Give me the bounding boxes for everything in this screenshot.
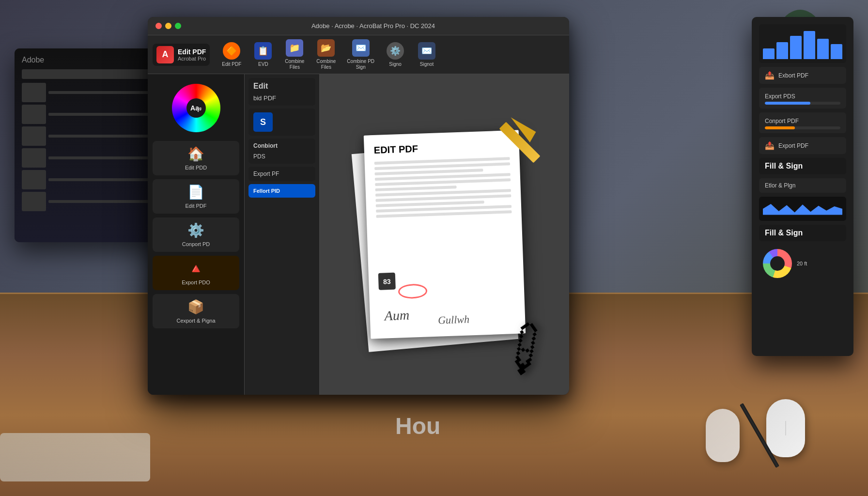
rp-item-fill-sign-1[interactable]: Fill & Sign [759,158,846,174]
panel-row: 📄 Edit PDF [153,179,239,214]
export-icon: 🔺 [187,261,204,277]
export-pdf-2-icon: 📤 [765,141,775,150]
toolbar-tool-combine-sign[interactable]: ✉️ Combine PDSign [343,36,378,73]
edit-pdf-panel-icon: 📄 [187,184,204,200]
background-laptop: Adobe [15,48,160,242]
combine-files-2-label: CombineFiles [316,59,336,70]
thumbnail [22,126,46,146]
signo-icon: ⚙️ [387,42,404,60]
edit-bid-subtitle: bid PDF [253,94,276,102]
donut-label: 20 ft [797,261,807,266]
export-label: Export PDO [182,279,210,285]
conport-pdf-bar [765,126,795,129]
edit-pdf-panel-label: Edit PDF [185,203,206,209]
acrobat-icon: A [156,46,174,63]
close-button[interactable] [155,23,162,29]
panel-tool-cexport[interactable]: 📦 Cexport & Pigna [153,294,239,328]
rp-item-export-pds[interactable]: Export PDS [759,88,846,108]
rp-item-conport-pdf[interactable]: Conport PDF [759,112,846,133]
rp-item-export-pdf-2[interactable]: 📤 Export PDF [759,137,846,154]
pdf-document: EDIT PDF [363,130,525,339]
panel-tool-export[interactable]: 🔺 Export PDO [153,256,239,290]
app-name-sub: Acrobat Pro [178,56,206,62]
title-bar: Adobe · Acrobe · AcroBat Pro Pro · DC 20… [148,17,569,35]
color-wheel-center-label: Aąg [186,98,206,118]
thumbnail [22,83,46,102]
toolbar-tool-signot[interactable]: ✉️ Signot [412,39,441,70]
donut-chart-container: 20 ft [759,245,846,282]
conport-icon: ⚙️ [187,222,204,238]
text-line [48,178,153,181]
text-line [48,156,153,159]
chart-bar-5 [817,39,829,59]
toolbar-tool-edit-pdf[interactable]: 🔶 Edit PDF [217,39,246,70]
main-toolbar: A Edit PDF Acrobat Pro 🔶 Edit PDF 📋 EVD … [148,35,569,74]
export-pdf-1-label: Exbort PDF [778,72,808,79]
text-line [48,200,153,203]
left-panel: Aąg 🏠 Edit PDD 📄 Edit PDF ⚙️ Conport PD … [148,74,245,395]
export-pdf-2-label: Export PDF [778,142,808,149]
app-name-main: Edit PDF [178,48,206,56]
panel-tool-edit-pdd[interactable]: 🏠 Edit PDD [153,141,239,175]
chart-bar-1 [763,48,775,59]
conport-pdf-label: Conport PDF [765,118,799,124]
export-pf-label: Export PF [253,170,279,177]
window-title: Adobe · Acrobe · AcroBat Pro Pro · DC 20… [185,22,561,30]
panel-tool-edit-pdf[interactable]: 📄 Edit PDF [153,179,239,214]
main-content-area: Aąg 🏠 Edit PDD 📄 Edit PDF ⚙️ Conport PD … [148,74,569,395]
toolbar-tool-evd[interactable]: 📋 EVD [248,39,278,70]
combine-files-2-icon: 📂 [317,39,335,57]
toolbar-tool-combine-2[interactable]: 📂 CombineFiles [311,36,341,73]
s-tool-icon: S [253,112,273,132]
rp-item-fill-sign-2[interactable]: Fill & Sign [759,225,846,241]
mini-bar-chart [759,24,846,63]
acrobat-window: Adobe · Acrobe · AcroBat Pro Pro · DC 20… [148,17,569,395]
edit-pdd-icon: 🏠 [187,146,204,162]
color-wheel: Aąg [172,84,220,132]
maximize-button[interactable] [175,23,181,29]
rp-item-etlor[interactable]: Etlor & Plgn [759,178,846,193]
waveform-container [759,197,846,221]
export-pdf-1-icon: 📤 [765,71,775,80]
mid-tool-export-pf[interactable]: Export PF [248,167,315,181]
thumbnail [22,148,46,168]
edit-pdf-label: Edit PDF [222,62,241,67]
minimize-button[interactable] [165,23,171,29]
laptop-row [22,148,153,168]
edit-pdd-label: Edit PDD [185,165,207,170]
fill-sign-1-label: Fill & Sign [765,162,803,170]
fellort-label: Fellort PID [253,188,280,194]
edit-bid-title: Edit [253,82,268,91]
hou-text-overlay: Hou [395,413,440,439]
mid-tool-conbiort[interactable]: Conbiort PDS [248,139,315,164]
pdf-title: EDIT PDF [373,140,510,156]
chart-bar-4 [804,31,815,59]
section-label: 83 [378,273,395,290]
mid-tool-fellort-active[interactable]: Fellort PID [248,184,315,198]
edit-pdf-icon: 🔶 [223,42,240,60]
chart-bar-2 [776,42,788,59]
toolbar-tool-signo[interactable]: ⚙️ Signo [381,39,410,70]
text-line [48,113,153,116]
pdf-content-lines [374,157,512,218]
mid-tool-edit-bid[interactable]: Edit bid PDF [248,78,315,106]
signot-label: Signot [420,62,434,67]
evd-icon: 📋 [254,42,272,60]
laptop-row [22,83,153,102]
rp-item-export-pdf-1[interactable]: 📤 Exbort PDF [759,67,846,84]
export-pds-bar [765,102,810,105]
text-line [48,135,153,138]
toolbar-tool-combine-1[interactable]: 📁 CombineFiles [280,36,309,73]
laptop-row [22,192,153,211]
mid-tool-s[interactable]: S [248,108,315,136]
text-line [48,91,153,94]
thumbnail [22,105,46,124]
export-pds-progress [765,102,840,105]
laptop-row [22,105,153,124]
combine-pd-sign-label: Combine PDSign [347,59,374,70]
mouse-line [786,421,786,435]
thumbnail [22,170,46,189]
conport-pdf-content: Conport PDF [765,116,840,129]
panel-tool-conport[interactable]: ⚙️ Conport PD [153,217,239,252]
evd-label: EVD [258,62,268,67]
